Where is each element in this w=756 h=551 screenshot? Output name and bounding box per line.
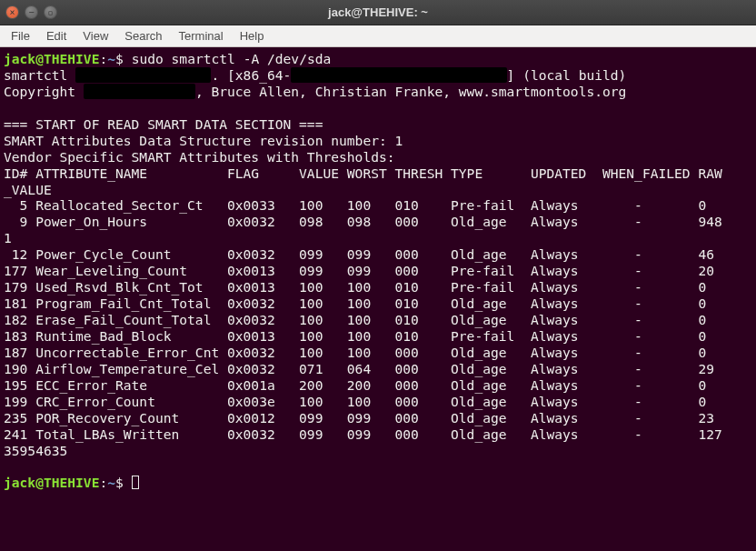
table-row: 181 Program_Fail_Cnt_Total 0x0032 100 10… bbox=[4, 296, 706, 311]
out-header2: _VALUE bbox=[4, 182, 52, 197]
table-row: 35954635 bbox=[4, 443, 67, 458]
redacted-arch: XXXXXXXXXXXXXXXXXXXXXXXXXXX bbox=[291, 67, 506, 83]
prompt-user-host: jack@THEHIVE bbox=[4, 475, 99, 490]
terminal-pane[interactable]: jack@THEHIVE:~$ sudo smartctl -A /dev/sd… bbox=[0, 47, 756, 551]
cursor bbox=[132, 476, 139, 489]
menu-help[interactable]: Help bbox=[233, 27, 272, 45]
out-line1-suffix: ] (local build) bbox=[507, 67, 627, 83]
menubar: File Edit View Search Terminal Help bbox=[0, 25, 756, 47]
table-row: 182 Erase_Fail_Count_Total 0x0032 100 10… bbox=[4, 312, 706, 327]
table-row: 1 bbox=[4, 230, 12, 245]
prompt-colon: : bbox=[99, 475, 107, 490]
table-row: 12 Power_Cycle_Count 0x0032 099 099 000 … bbox=[4, 246, 714, 262]
table-row: 190 Airflow_Temperature_Cel 0x0032 071 0… bbox=[4, 361, 714, 376]
window-controls: × − ▫ bbox=[5, 5, 57, 19]
out-vendor: Vendor Specific SMART Attributes with Th… bbox=[4, 149, 395, 165]
out-section: === START OF READ SMART DATA SECTION === bbox=[4, 116, 323, 132]
menu-edit[interactable]: Edit bbox=[39, 27, 74, 45]
out-line1-prefix: smartctl bbox=[4, 67, 75, 83]
table-row: 195 ECC_Error_Rate 0x001a 200 200 000 Ol… bbox=[4, 377, 706, 393]
table-row: 5 Reallocated_Sector_Ct 0x0033 100 100 0… bbox=[4, 197, 706, 213]
titlebar: × − ▫ jack@THEHIVE: ~ bbox=[0, 0, 756, 25]
table-row: 183 Runtime_Bad_Block 0x0013 100 100 010… bbox=[4, 328, 706, 344]
redacted-copyright: XXXXXXXXXXXXXX bbox=[84, 84, 195, 99]
table-row: 241 Total_LBAs_Written 0x0032 099 099 00… bbox=[4, 426, 722, 442]
menu-file[interactable]: File bbox=[4, 27, 37, 45]
minimize-icon[interactable]: − bbox=[25, 5, 38, 19]
command-text: sudo smartctl -A /dev/sda bbox=[132, 51, 332, 66]
redacted-version: XXXXXXXXXXXXXXXXX bbox=[75, 67, 211, 83]
prompt-path: ~ bbox=[107, 475, 115, 490]
prompt-sigil: $ bbox=[115, 51, 124, 66]
table-row: 179 Used_Rsvd_Blk_Cnt_Tot 0x0013 100 100… bbox=[4, 279, 706, 295]
out-line1-mid: . [x86_64- bbox=[211, 67, 291, 83]
table-row: 187 Uncorrectable_Error_Cnt 0x0032 100 1… bbox=[4, 345, 706, 360]
table-row: 199 CRC_Error_Count 0x003e 100 100 000 O… bbox=[4, 394, 706, 409]
close-icon[interactable]: × bbox=[5, 5, 19, 19]
prompt-sigil: $ bbox=[115, 475, 124, 490]
out-rev: SMART Attributes Data Structure revision… bbox=[4, 133, 403, 148]
window-title: jack@THEHIVE: ~ bbox=[328, 5, 428, 19]
out-line2-prefix: Copyright bbox=[4, 84, 84, 99]
out-header1: ID# ATTRIBUTE_NAME FLAG VALUE WORST THRE… bbox=[4, 165, 722, 181]
out-line2-suffix: , Bruce Allen, Christian Franke, www.sma… bbox=[195, 84, 626, 99]
menu-view[interactable]: View bbox=[75, 27, 115, 45]
menu-terminal[interactable]: Terminal bbox=[172, 27, 231, 45]
menu-search[interactable]: Search bbox=[117, 27, 169, 45]
prompt-colon: : bbox=[99, 51, 107, 66]
prompt-user-host: jack@THEHIVE bbox=[4, 51, 99, 66]
table-row: 9 Power_On_Hours 0x0032 098 098 000 Old_… bbox=[4, 214, 722, 229]
table-row: 177 Wear_Leveling_Count 0x0013 099 099 0… bbox=[4, 263, 714, 278]
table-row: 235 POR_Recovery_Count 0x0012 099 099 00… bbox=[4, 410, 714, 426]
maximize-icon[interactable]: ▫ bbox=[44, 5, 57, 19]
prompt-path: ~ bbox=[107, 51, 115, 66]
